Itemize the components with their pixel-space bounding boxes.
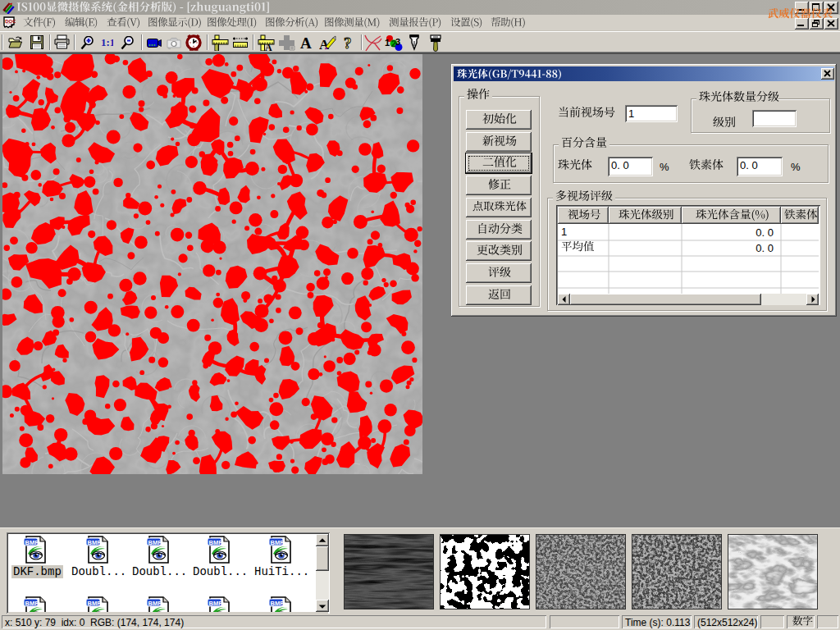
svg-text:3: 3 — [395, 37, 400, 47]
svg-text:A: A — [300, 34, 312, 51]
svg-text:DOC: DOC — [5, 19, 16, 24]
svg-text:BMP: BMP — [25, 539, 39, 546]
svg-text:BMP: BMP — [88, 539, 102, 546]
svg-text:?: ? — [344, 34, 352, 51]
svg-text:BMP: BMP — [148, 600, 162, 607]
svg-text:A: A — [265, 42, 272, 51]
svg-text:BMP: BMP — [271, 539, 285, 546]
svg-text:BMP: BMP — [88, 600, 102, 607]
svg-text:BMP: BMP — [25, 600, 39, 607]
svg-text:BMP: BMP — [209, 600, 223, 607]
svg-text:1:1: 1:1 — [101, 36, 113, 48]
svg-text:BMP: BMP — [148, 539, 162, 546]
svg-text:BMP: BMP — [209, 539, 223, 546]
svg-text:1: 1 — [385, 38, 390, 48]
svg-text:BMP: BMP — [271, 600, 285, 607]
